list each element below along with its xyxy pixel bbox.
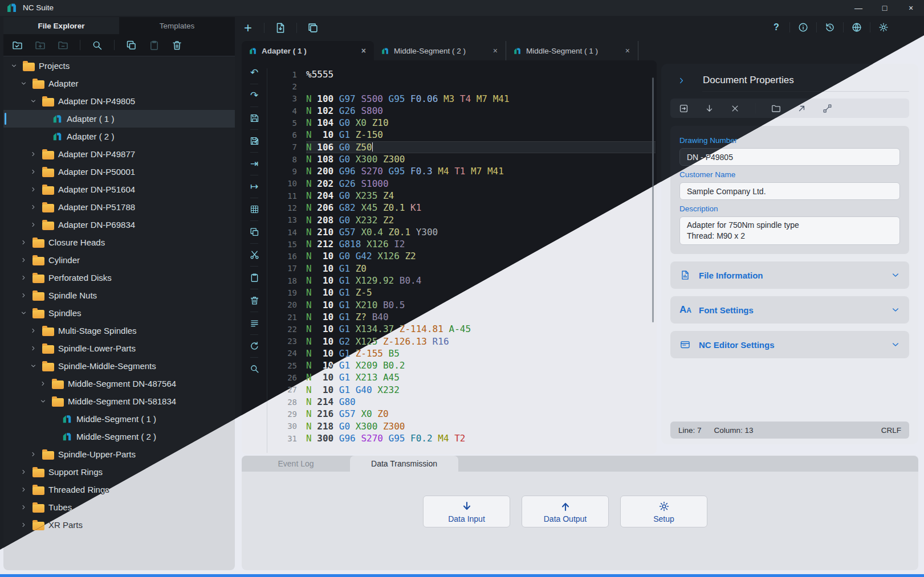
tree-chevron-icon[interactable] [29,169,38,175]
tree-chevron-icon[interactable] [19,486,29,493]
tree-chevron-icon[interactable] [29,151,38,157]
delete-button[interactable] [249,295,260,306]
block-list-button[interactable] [249,318,260,329]
tree-chevron-icon[interactable] [19,275,29,281]
tree-item-multi-stage-spindles[interactable]: Multi-Stage Spindles [3,322,235,339]
delete-file-icon[interactable] [171,39,183,51]
open-location-button[interactable] [771,103,781,114]
tree-item-adapter-1[interactable]: Adapter ( 1 ) [3,110,235,128]
tree-chevron-icon[interactable] [29,451,38,457]
about-button[interactable] [797,22,809,33]
tree-chevron-icon[interactable] [38,398,48,404]
bottom-tab-data-transmission[interactable]: Data Transmission [350,456,458,472]
tree-item-adapter-dn-p51604[interactable]: Adapter DN-P51604 [3,181,235,198]
renumber-blocks-button[interactable] [249,204,260,215]
tree-chevron-icon[interactable] [19,469,29,475]
close-button[interactable]: × [898,0,924,16]
tree-item-spindle-lower-parts[interactable]: Spindle-Lower-Parts [3,339,235,357]
tree-item-adapter-dn-p49805[interactable]: Adapter DN-P49805 [3,92,235,110]
tree-chevron-icon[interactable] [29,222,38,228]
tree-chevron-icon[interactable] [19,80,29,87]
copy-button[interactable] [249,227,260,238]
minimize-button[interactable]: — [845,0,872,16]
tree-chevron-icon[interactable] [29,345,38,351]
sidebar-tab-file-explorer[interactable]: File Explorer [3,17,119,34]
copy-file-icon[interactable] [125,39,137,51]
tree-item-spindle-middle-segments[interactable]: Spindle-Middle-Segments [3,357,235,375]
tree-chevron-icon[interactable] [19,257,29,263]
tree-chevron-icon[interactable] [29,328,38,334]
reload-properties-button[interactable] [678,103,689,114]
tab-close-button[interactable]: × [492,46,499,55]
tree-chevron-icon[interactable] [9,63,19,69]
clear-properties-button[interactable] [730,103,740,114]
tree-item-adapter-dn-p51788[interactable]: Adapter DN-P51788 [3,198,235,216]
language-button[interactable] [851,22,862,33]
tree-chevron-icon[interactable] [29,186,38,193]
code-token: 214 [317,396,333,407]
description-textarea[interactable]: Adapter for 750Nm spindle type Thread: M… [679,216,900,245]
goto-line-button[interactable]: ↦ [250,181,258,192]
tab-close-button[interactable]: × [360,46,367,55]
data-output-button[interactable]: Data Output [522,496,609,527]
tree-item-projects[interactable]: Projects [3,57,235,75]
tree-item-adapter-dn-p50001[interactable]: Adapter DN-P50001 [3,163,235,181]
search-files-icon[interactable] [91,39,103,51]
customer-name-input[interactable] [679,182,900,200]
tree-item-middle-segment-dn-487564[interactable]: Middle-Segment DN-487564 [3,375,235,392]
paste-file-icon [148,39,160,51]
tree-chevron-icon[interactable] [29,204,38,210]
setup-button[interactable]: Setup [620,496,707,527]
save-button[interactable] [249,113,260,124]
editor-tab-middle-segment-1[interactable]: Middle-Segment ( 1 )× [506,41,638,60]
tab-close-button[interactable]: × [624,46,631,55]
open-document-button[interactable] [274,22,287,34]
bottom-tab-event-log[interactable]: Event Log [242,456,350,472]
tree-chevron-icon[interactable] [19,522,29,528]
section-nc-editor-settings[interactable]: NC Editor Settings [670,331,909,358]
redo-button[interactable]: ↷ [250,90,258,101]
editor-tab-middle-segment-2[interactable]: Middle-Segment ( 2 )× [374,41,506,60]
project-manager-icon[interactable] [11,39,23,51]
tree-item-adapter-dn-p49877[interactable]: Adapter DN-P49877 [3,145,235,163]
maximize-button[interactable]: □ [872,0,898,16]
section-font-settings[interactable]: AA Font Settings [670,296,909,324]
apply-properties-button[interactable] [704,103,715,114]
tree-chevron-icon[interactable] [19,504,29,510]
tree-chevron-icon[interactable] [19,310,29,316]
paste-button[interactable] [249,272,260,283]
refresh-button[interactable] [249,341,260,351]
tree-item-middle-segment-dn-581834[interactable]: Middle-Segment DN-581834 [3,392,235,410]
data-input-button[interactable]: Data Input [423,496,510,527]
save-as-button[interactable] [249,136,260,146]
tree-item-perforated-disks[interactable]: Perforated Disks [3,269,235,287]
tree-item-spindle-nuts[interactable]: Spindle Nuts [3,287,235,304]
tree-item-closure-heads[interactable]: Closure Heads [3,234,235,251]
new-document-button[interactable]: + [242,22,254,34]
find-button[interactable] [249,363,260,374]
sidebar-tab-templates[interactable]: Templates [119,17,235,34]
history-button[interactable] [824,22,836,33]
button-label: Data Output [544,514,587,523]
undo-button[interactable]: ↶ [250,67,258,78]
tree-item-adapter[interactable]: Adapter [3,75,235,92]
tree-item-spindles[interactable]: Spindles [3,304,235,322]
goto-end-button[interactable]: ⇥ [250,158,258,169]
settings-button[interactable] [878,22,889,33]
tree-chevron-icon[interactable] [38,380,48,387]
tree-item-cylinder[interactable]: Cylinder [3,251,235,269]
tree-chevron-icon[interactable] [29,98,38,104]
section-file-information[interactable]: File Information [670,261,909,289]
collapse-panel-icon[interactable] [677,76,686,85]
cut-button[interactable] [249,249,260,260]
tree-item-adapter-dn-p69834[interactable]: Adapter DN-P69834 [3,216,235,234]
link-properties-button[interactable] [822,103,833,114]
tree-chevron-icon[interactable] [29,363,38,369]
tree-chevron-icon[interactable] [19,292,29,298]
help-button[interactable]: ? [771,22,782,32]
tree-item-middle-segment-1[interactable]: Middle-Segment ( 1 ) [3,410,235,428]
tree-chevron-icon[interactable] [19,239,29,245]
save-all-button[interactable] [307,22,319,34]
tree-item-adapter-2[interactable]: Adapter ( 2 ) [3,128,235,145]
editor-tab-adapter-1[interactable]: Adapter ( 1 )× [242,41,374,60]
